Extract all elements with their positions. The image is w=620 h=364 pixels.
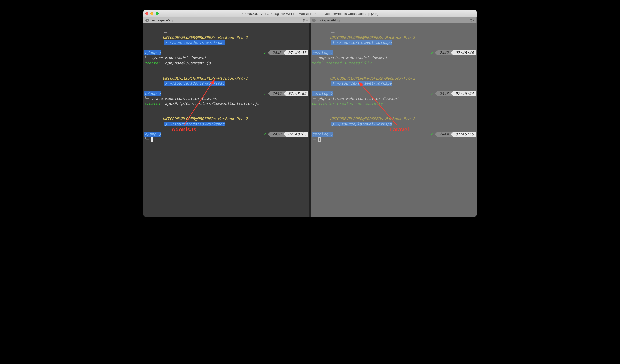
pane-left[interactable]: ╭─ UNICODEVELOPER@PROSPERs-MacBook-Pro-2… xyxy=(143,23,309,217)
tab-bar: ✕ ..workspace/app ⚙ ▾ ✕ ..orkspace/blog … xyxy=(143,17,477,23)
annotation-label: Laravel xyxy=(389,127,409,132)
timestamp: 07:45:44 xyxy=(453,50,476,55)
command: ./ace make:model Comment xyxy=(151,56,206,60)
prompt-user: UNICODEVELOPER@PROSPERs-MacBook-Pro-2 xyxy=(163,35,248,40)
prompt-path-cont: e/app xyxy=(145,91,156,96)
check-icon: ✓ xyxy=(264,50,266,55)
traffic-lights xyxy=(145,12,159,15)
minimize-icon[interactable] xyxy=(150,12,153,15)
command: ./ace make:controller Comment xyxy=(151,96,218,101)
annotation-label: AdonisJs xyxy=(171,127,196,132)
timestamp: 07:48:06 xyxy=(286,132,308,137)
prompt-path-cont: ce/blog xyxy=(312,51,328,55)
prompt-path: ~/source/adonis-workspac xyxy=(169,122,224,126)
tab-left[interactable]: ✕ ..workspace/app ⚙ ▾ xyxy=(143,17,310,23)
prompt-path: ~/source/laravel-workspa xyxy=(336,81,392,86)
history-number: 2449 xyxy=(270,91,284,96)
history-number: 2448 xyxy=(270,50,284,55)
prompt-user: UNICODEVELOPER@PROSPERs-MacBook-Pro-2 xyxy=(330,35,415,40)
zoom-icon[interactable] xyxy=(156,12,159,15)
check-icon: ✓ xyxy=(431,132,433,137)
tab-right[interactable]: ✕ ..orkspace/blog ⚙ ▾ xyxy=(310,17,477,23)
history-number: 2450 xyxy=(270,132,284,137)
tab-title: ..workspace/app xyxy=(150,19,303,22)
prompt-path: ~/source/adonis-workspac xyxy=(169,40,224,45)
cursor xyxy=(318,137,321,142)
prompt-path: ~/source/laravel-workspa xyxy=(336,40,392,45)
check-icon: ✓ xyxy=(264,132,266,137)
prompt-user: UNICODEVELOPER@PROSPERs-MacBook-Pro-2 xyxy=(330,117,415,121)
command: php artisan make:model Comment xyxy=(318,56,387,60)
check-icon: ✓ xyxy=(264,91,266,96)
output-path: app/Model/Comment.js xyxy=(165,61,211,65)
prompt-user: UNICODEVELOPER@PROSPERs-MacBook-Pro-2 xyxy=(163,76,248,81)
output-label: create: xyxy=(144,101,160,106)
titlebar[interactable]: 4. UNICODEVELOPER@PROSPERs-MacBook-Pro-2… xyxy=(143,10,477,17)
prompt-user: UNICODEVELOPER@PROSPERs-MacBook-Pro-2 xyxy=(330,76,415,81)
chevron-down-icon[interactable]: ▾ xyxy=(473,19,474,22)
prompt-path-cont: ce/blog xyxy=(312,91,328,96)
history-number: 2444 xyxy=(438,132,451,137)
prompt-path: ~/source/adonis-workspac xyxy=(169,81,224,86)
prompt-path: ~/source/laravel-workspa xyxy=(336,122,392,126)
prompt-path-cont: ce/blog xyxy=(312,132,328,136)
history-number: 2443 xyxy=(438,91,451,96)
terminal-window: 4. UNICODEVELOPER@PROSPERs-MacBook-Pro-2… xyxy=(143,10,477,217)
split-panes: ╭─ UNICODEVELOPER@PROSPERs-MacBook-Pro-2… xyxy=(143,23,477,217)
timestamp: 07:45:54 xyxy=(453,91,476,96)
output-path: app/Http/Controllers/CommentController.j… xyxy=(165,101,259,106)
close-icon[interactable] xyxy=(145,12,148,15)
output-success: Controller created successfully. xyxy=(312,101,385,106)
history-number: 2442 xyxy=(438,50,451,55)
prompt-path-cont: e/app xyxy=(145,51,156,55)
timestamp: 07:48:05 xyxy=(286,91,308,96)
check-icon: ✓ xyxy=(431,91,433,96)
timestamp: 07:46:53 xyxy=(286,50,308,55)
command: php artisan make:controller Comment xyxy=(318,96,399,101)
gear-icon[interactable]: ⚙ xyxy=(303,18,306,22)
output-label: create: xyxy=(144,61,160,65)
close-tab-icon[interactable]: ✕ xyxy=(312,19,316,22)
prompt-path-cont: e/app xyxy=(145,132,156,136)
check-icon: ✓ xyxy=(431,50,433,55)
pane-right[interactable]: ╭─ UNICODEVELOPER@PROSPERs-MacBook-Pro-2… xyxy=(311,23,477,217)
output-success: Model created successfully. xyxy=(312,61,374,65)
close-tab-icon[interactable]: ✕ xyxy=(145,19,149,22)
chevron-down-icon[interactable]: ▾ xyxy=(306,19,308,22)
cursor xyxy=(151,137,153,142)
prompt-user: UNICODEVELOPER@PROSPERs-MacBook-Pro-2 xyxy=(163,117,248,121)
timestamp: 07:45:55 xyxy=(453,132,476,137)
tab-title: ..orkspace/blog xyxy=(317,19,469,22)
gear-icon[interactable]: ⚙ xyxy=(469,18,473,22)
window-title: 4. UNICODEVELOPER@PROSPERs-MacBook-Pro-2… xyxy=(143,12,477,16)
